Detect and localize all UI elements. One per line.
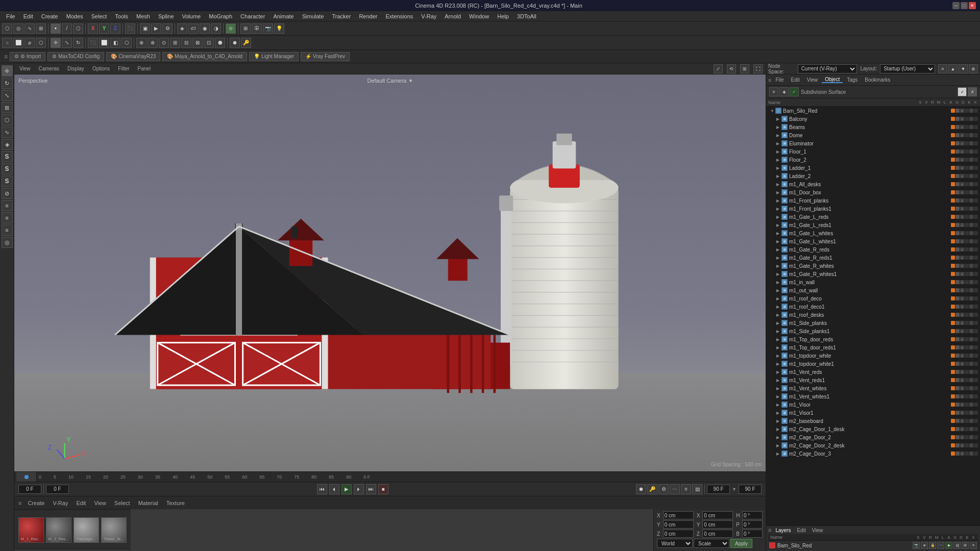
stop-btn[interactable]: ■ (378, 484, 388, 494)
vp-nav1[interactable]: ⤢ (714, 64, 723, 73)
rp-icon3[interactable]: ▼ (959, 64, 968, 73)
tree-expand-icon[interactable]: ▶ (776, 362, 781, 366)
object-tree[interactable]: ▼⬡Barn_Silo_Red ✓ ▶▣Balcony ✓ ▶▣Beams ✓ … (766, 107, 980, 525)
menu-item-simulate[interactable]: Simulate (298, 11, 328, 21)
tree-item-41[interactable]: ▶▣m2_Cage_Door_2_desk ✓ (766, 441, 980, 449)
tree-item-36[interactable]: ▶▣m1_Visor ✓ (766, 400, 980, 409)
x-pos-input[interactable] (663, 511, 694, 519)
tree-expand-icon[interactable]: ▶ (776, 133, 781, 138)
target-icon[interactable]: ◎ (2, 237, 13, 248)
vp-view-menu[interactable]: View (17, 66, 33, 71)
texture-menu[interactable]: Texture (164, 500, 187, 506)
poly-mode-btn[interactable]: ⬡ (73, 23, 83, 34)
tree-expand-icon[interactable]: ▶ (776, 305, 781, 309)
play-btn[interactable]: ▶ (341, 484, 352, 494)
vp-nav3[interactable]: ⊞ (740, 64, 749, 73)
snap2-btn[interactable]: ⊗ (148, 38, 158, 48)
tree-item-33[interactable]: ▶▣m1_Vent_reds1 ✓ (766, 376, 980, 384)
tree-expand-icon[interactable]: ▶ (776, 321, 781, 325)
tree-item-17[interactable]: ▶▣m1_Gate_R_reds ✓ (766, 245, 980, 254)
tree-item-4[interactable]: ▶▣Eluminator ✓ (766, 139, 980, 147)
vp-nav2[interactable]: ⟲ (727, 64, 736, 73)
tree-item-21[interactable]: ▶▣m1_in_wall ✓ (766, 278, 980, 286)
tree-item-25[interactable]: ▶▣m1_roof_desks ✓ (766, 311, 980, 319)
frame-end-input1[interactable] (707, 485, 730, 494)
apply-button[interactable]: Apply (730, 539, 752, 548)
current-frame-input[interactable] (18, 485, 41, 494)
tree-expand-icon[interactable]: ▶ (776, 313, 781, 317)
edge-mode-btn[interactable]: / (62, 23, 72, 34)
move-icon[interactable]: ✛ (2, 65, 13, 77)
tree-expand-icon[interactable]: ▶ (776, 386, 781, 391)
rp-icon1[interactable]: ≡ (938, 64, 947, 73)
tree-item-31[interactable]: ▶▣m1_topdoor_white1 ✓ (766, 360, 980, 368)
shader-btn[interactable]: ◑ (211, 23, 221, 34)
tree-expand-icon[interactable]: ▶ (776, 264, 781, 268)
tree-expand-icon[interactable]: ▶ (776, 345, 781, 350)
layer-x2-icon[interactable]: ✕ (970, 542, 977, 549)
layers-hamburger[interactable]: ≡ (768, 527, 771, 533)
rp-hamburger[interactable]: ≡ (768, 77, 771, 83)
vp-nav4[interactable]: ⛶ (753, 64, 763, 73)
menu-item-v-ray[interactable]: V-Ray (417, 11, 440, 21)
tree-expand-icon[interactable]: ▶ (776, 198, 781, 203)
material-4[interactable]: Tower_M... (101, 517, 127, 543)
frame-min-input[interactable] (46, 485, 69, 494)
node-space-select[interactable]: Current (V-Ray) (798, 64, 857, 73)
grid-btn[interactable]: ⊞ (240, 23, 251, 34)
layer-barn-row[interactable]: Barn_Silo_Red 📷 👁 🔒 ⋯ ▶ ⛓ ⊞ ✕ (768, 541, 978, 550)
bookmarks-tab[interactable]: Bookmarks (862, 77, 893, 83)
tree-item-42[interactable]: ▶▣m2_Cage_Door_3 ✓ (766, 449, 980, 458)
tree-expand-icon[interactable]: ▶ (776, 329, 781, 334)
z-pos-input[interactable] (663, 530, 694, 538)
menu-item-tools[interactable]: Tools (111, 11, 132, 21)
vp-display-menu[interactable]: Display (65, 66, 86, 71)
layers-tab[interactable]: Layers (773, 528, 793, 533)
z-size-input[interactable] (742, 530, 763, 538)
rec-btn[interactable]: ⏺ (636, 484, 646, 494)
vp-filter-menu[interactable]: Filter (116, 66, 131, 71)
tree-item-18[interactable]: ▶▣m1_Gate_R_reds1 ✓ (766, 254, 980, 262)
tree-item-39[interactable]: ▶▣m2_Cage_Door_1_desk ✓ (766, 425, 980, 433)
snap8-btn[interactable]: ⬣ (215, 38, 225, 48)
tree-item-38[interactable]: ▶▣m2_baseboard ✓ (766, 417, 980, 425)
world-dropdown[interactable]: World Object (657, 539, 693, 548)
tree-expand-icon[interactable]: ▶ (776, 141, 781, 146)
tree-expand-icon[interactable]: ▶ (776, 452, 781, 456)
menu-item-window[interactable]: Window (465, 11, 493, 21)
menu-item-create[interactable]: Create (37, 11, 62, 21)
view-menu[interactable]: View (92, 500, 108, 506)
tree-expand-icon[interactable]: ▶ (776, 125, 781, 130)
tree-expand-icon[interactable]: ▶ (776, 174, 781, 179)
go-end-btn[interactable]: ⏭ (366, 484, 376, 494)
menu-item-spline[interactable]: Spline (154, 11, 178, 21)
tree-expand-icon[interactable]: ▶ (776, 272, 781, 277)
tree-item-32[interactable]: ▶▣m1_Vent_reds ✓ (766, 368, 980, 376)
tree-item-20[interactable]: ▶▣m1_Gate_R_whites1 ✓ (766, 270, 980, 278)
tree-item-28[interactable]: ▶▣m1_Top_door_reds ✓ (766, 335, 980, 343)
vray-menu[interactable]: V-Ray (51, 500, 70, 506)
tree-item-15[interactable]: ▶▣m1_Gate_L_whites ✓ (766, 229, 980, 237)
file-tab[interactable]: File (772, 77, 787, 83)
cineravray-btn[interactable]: 🎨 CinemaVrayR23 (106, 52, 160, 61)
tree-item-10[interactable]: ▶▣m1_Door_box ✓ (766, 188, 980, 196)
ss-icon1[interactable]: ≡ (769, 87, 778, 96)
vray-fastprev-btn[interactable]: ⚡ Vray FastPrev (301, 52, 350, 61)
snap3-btn[interactable]: ⊙ (159, 38, 169, 48)
vp-panel-menu[interactable]: Panel (136, 66, 153, 71)
light-manager-btn[interactable]: 💡 Light Manager (249, 52, 299, 61)
material-3[interactable]: Passage... (74, 517, 99, 543)
tree-expand-icon[interactable]: ▼ (770, 109, 775, 113)
tree-item-26[interactable]: ▶▣m1_Side_planks ✓ (766, 319, 980, 327)
polygon-icon[interactable]: ⬡ (2, 114, 13, 126)
tag-btn[interactable]: 🏷 (188, 23, 199, 34)
scale-btn[interactable]: ⤡ (62, 38, 72, 48)
tree-expand-icon[interactable]: ▶ (776, 427, 781, 432)
vp-options-menu[interactable]: Options (90, 66, 112, 71)
tree-expand-icon[interactable]: ▶ (776, 207, 781, 211)
tree-expand-icon[interactable]: ▶ (776, 158, 781, 162)
tree-expand-icon[interactable]: ▶ (776, 223, 781, 228)
ss-icon2[interactable]: ◈ (779, 87, 789, 96)
snap5-btn[interactable]: ⊟ (181, 38, 191, 48)
transform-icon[interactable]: ⊞ (2, 102, 13, 113)
